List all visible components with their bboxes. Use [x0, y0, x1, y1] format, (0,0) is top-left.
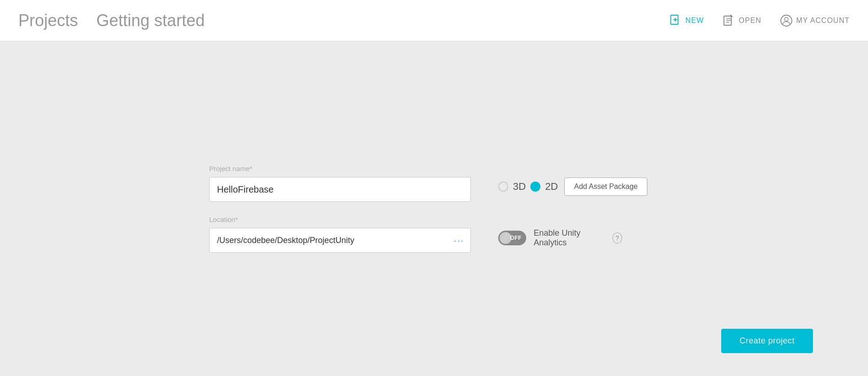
- create-project-button[interactable]: Create project: [721, 329, 813, 353]
- account-icon: [780, 14, 793, 27]
- new-button[interactable]: NEW: [669, 14, 704, 27]
- header-nav: NEW OPEN MY ACCOUNT: [669, 14, 850, 27]
- svg-point-10: [785, 17, 788, 21]
- help-icon: ?: [615, 234, 619, 242]
- header-getting-started-title: Getting started: [96, 11, 205, 30]
- location-row: Location* ··· OFF Enable Unity Analytics…: [209, 216, 622, 253]
- location-wrapper: ···: [209, 228, 471, 253]
- project-name-row: Project name* 3D 2D Add Asset Package: [209, 165, 622, 202]
- project-name-field-group: Project name*: [209, 165, 471, 202]
- new-icon: [669, 14, 682, 27]
- account-label: MY ACCOUNT: [796, 17, 850, 25]
- radio-group: 3D 2D: [498, 181, 558, 193]
- analytics-group: OFF Enable Unity Analytics ?: [498, 216, 622, 248]
- dim-3d-label[interactable]: 3D: [513, 181, 526, 193]
- dimension-and-asset: 3D 2D Add Asset Package: [498, 165, 647, 196]
- location-browse-button[interactable]: ···: [454, 235, 464, 246]
- location-field-group: Location* ···: [209, 216, 471, 253]
- location-label: Location*: [209, 216, 471, 223]
- radio-3d[interactable]: [498, 182, 508, 192]
- open-label: OPEN: [739, 17, 761, 25]
- analytics-label: Enable Unity Analytics: [534, 228, 605, 248]
- analytics-help-button[interactable]: ?: [612, 232, 622, 243]
- analytics-toggle[interactable]: OFF: [498, 231, 526, 245]
- app-header: Projects Getting started NEW OPEN: [0, 0, 868, 41]
- new-label: NEW: [685, 17, 704, 25]
- dim-2d-label[interactable]: 2D: [545, 181, 558, 193]
- create-project-container: Create project: [721, 329, 813, 353]
- open-button[interactable]: OPEN: [722, 14, 761, 27]
- form-container: Project name* 3D 2D Add Asset Package: [209, 165, 622, 253]
- project-name-label: Project name*: [209, 165, 471, 172]
- add-asset-button[interactable]: Add Asset Package: [564, 177, 647, 196]
- header-projects-title[interactable]: Projects: [18, 11, 78, 30]
- location-input[interactable]: [209, 228, 471, 253]
- my-account-button[interactable]: MY ACCOUNT: [780, 14, 850, 27]
- dimension-toggle: 3D 2D Add Asset Package: [498, 177, 647, 196]
- open-icon: [722, 14, 735, 27]
- project-name-input[interactable]: [209, 177, 471, 202]
- main-content: Project name* 3D 2D Add Asset Package: [0, 41, 868, 376]
- toggle-state-label: OFF: [510, 235, 522, 241]
- analytics-row: OFF Enable Unity Analytics ?: [498, 228, 622, 248]
- radio-2d[interactable]: [530, 182, 540, 192]
